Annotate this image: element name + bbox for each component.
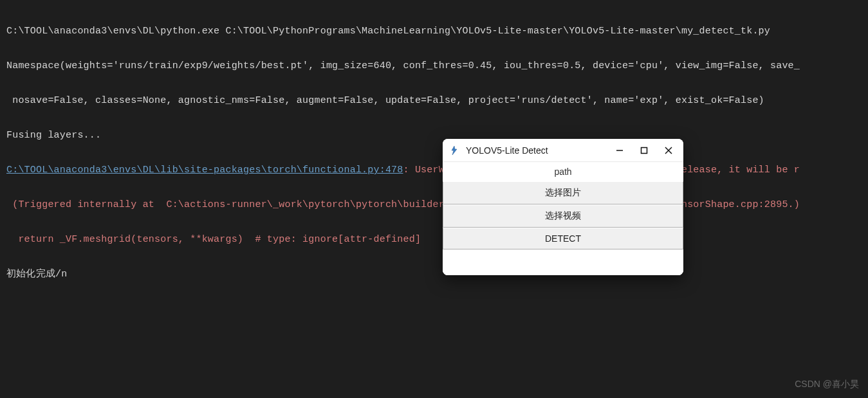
detect-button[interactable]: DETECT <box>443 228 683 249</box>
terminal-output: C:\TOOL\anaconda3\envs\DL\python.exe C:\… <box>0 0 868 305</box>
console-line: nosave=False, classes=None, agnostic_nms… <box>6 92 862 109</box>
warning-text: return _VF.meshgrid(tensors, **kwargs) #… <box>6 231 862 248</box>
console-line: 初始化完成/n <box>6 266 862 283</box>
path-label: path <box>443 162 683 181</box>
svg-rect-1 <box>642 147 647 153</box>
tk-body: path 选择图片 选择视频 DETECT <box>443 162 683 275</box>
traceback-link[interactable]: C:\TOOL\anaconda3\envs\DL\lib\site-packa… <box>6 165 403 176</box>
tk-window: YOLOV5-Lite Detect path 选择图片 选择视频 DETECT <box>443 139 683 275</box>
console-line: Namespace(weights='runs/train/exp9/weigh… <box>6 57 862 75</box>
console-line: Fusing layers... <box>6 127 862 144</box>
select-video-button[interactable]: 选择视频 <box>443 204 683 228</box>
console-line: C:\TOOL\anaconda3\envs\DL\lib\site-packa… <box>6 161 862 179</box>
select-image-button[interactable]: 选择图片 <box>443 181 683 204</box>
minimize-button[interactable] <box>614 145 625 156</box>
close-button[interactable] <box>663 145 674 156</box>
empty-area <box>443 249 683 275</box>
window-title: YOLOV5-Lite Detect <box>466 145 614 156</box>
window-controls <box>614 145 674 156</box>
tk-feather-icon <box>449 145 459 156</box>
console-line: C:\TOOL\anaconda3\envs\DL\python.exe C:\… <box>6 23 862 40</box>
maximize-button[interactable] <box>638 145 650 156</box>
watermark: CSDN @喜小昊 <box>795 379 859 390</box>
titlebar[interactable]: YOLOV5-Lite Detect <box>443 139 683 162</box>
warning-text: (Triggered internally at C:\actions-runn… <box>6 196 862 213</box>
